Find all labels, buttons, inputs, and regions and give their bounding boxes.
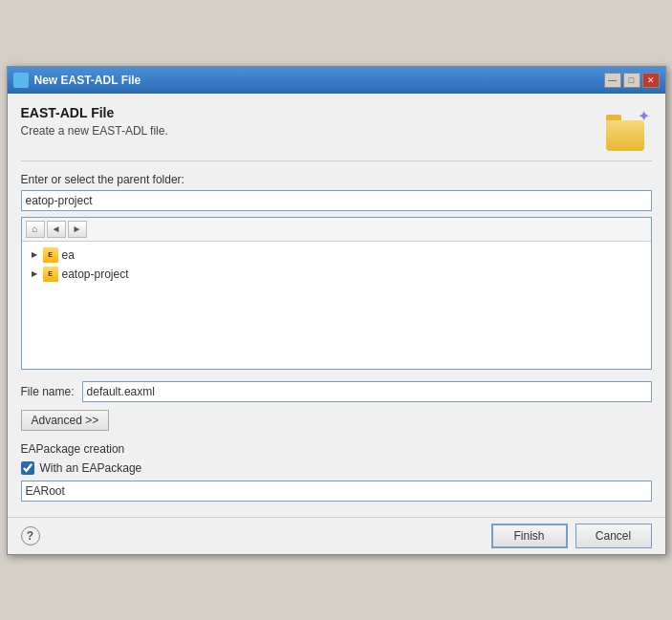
close-button[interactable]: ✕ xyxy=(642,73,660,88)
page-subtitle: Create a new EAST-ADL file. xyxy=(21,124,168,138)
file-name-label: File name: xyxy=(21,385,75,398)
header-text: EAST-ADL File Create a new EAST-ADL file… xyxy=(21,105,168,138)
tree-node-icon-eatop xyxy=(43,267,58,282)
with-package-checkbox[interactable] xyxy=(21,461,34,475)
finish-button[interactable]: Finish xyxy=(491,524,568,548)
page-title: EAST-ADL File xyxy=(21,105,168,120)
star-icon: ✦ xyxy=(638,107,650,125)
help-button[interactable]: ? xyxy=(21,526,40,545)
tree-label-ea: ea xyxy=(62,248,75,262)
header-icon: ✦ xyxy=(606,105,652,151)
bottom-bar: ? Finish Cancel xyxy=(8,517,665,554)
parent-folder-label: Enter or select the parent folder: xyxy=(21,173,652,186)
tree-node-icon-ea xyxy=(43,247,58,263)
tree-expander-ea: ▶ xyxy=(30,250,39,260)
minimize-button[interactable]: — xyxy=(604,73,621,88)
tree-item-ea[interactable]: ▶ ea xyxy=(26,246,647,265)
with-package-label[interactable]: With an EAPackage xyxy=(40,461,142,475)
ea-package-title: EAPackage creation xyxy=(21,442,652,456)
tree-label-eatop: eatop-project xyxy=(62,267,129,281)
tree-home-button[interactable]: ⌂ xyxy=(26,221,45,238)
title-bar: New EAST-ADL File — □ ✕ xyxy=(8,67,665,94)
tree-item-eatop[interactable]: ▶ eatop-project xyxy=(26,265,647,284)
window-icon xyxy=(13,73,29,88)
cancel-button[interactable]: Cancel xyxy=(575,524,652,548)
file-name-row: File name: xyxy=(21,381,652,402)
package-name-input[interactable] xyxy=(21,481,652,502)
tree-items: ▶ ea ▶ eatop-project xyxy=(22,242,651,288)
advanced-button[interactable]: Advanced >> xyxy=(21,410,110,431)
advanced-section: Advanced >> EAPackage creation With an E… xyxy=(21,410,652,505)
main-window: New EAST-ADL File — □ ✕ EAST-ADL File Cr… xyxy=(7,66,666,555)
parent-folder-input[interactable] xyxy=(21,190,652,211)
main-content: EAST-ADL File Create a new EAST-ADL file… xyxy=(8,94,665,517)
with-package-row: With an EAPackage xyxy=(21,461,652,475)
tree-panel: ⌂ ◄ ► ▶ ea ▶ eatop-project xyxy=(21,217,652,370)
tree-expander-eatop: ▶ xyxy=(30,269,39,279)
window-controls: — □ ✕ xyxy=(604,73,660,88)
ea-package-section: EAPackage creation With an EAPackage xyxy=(21,438,652,505)
tree-back-button[interactable]: ◄ xyxy=(47,221,66,238)
maximize-button[interactable]: □ xyxy=(623,73,640,88)
file-name-input[interactable] xyxy=(82,381,652,402)
window-title: New EAST-ADL File xyxy=(34,74,598,87)
header-section: EAST-ADL File Create a new EAST-ADL file… xyxy=(21,105,652,161)
tree-forward-button[interactable]: ► xyxy=(68,221,87,238)
tree-toolbar: ⌂ ◄ ► xyxy=(22,218,651,242)
